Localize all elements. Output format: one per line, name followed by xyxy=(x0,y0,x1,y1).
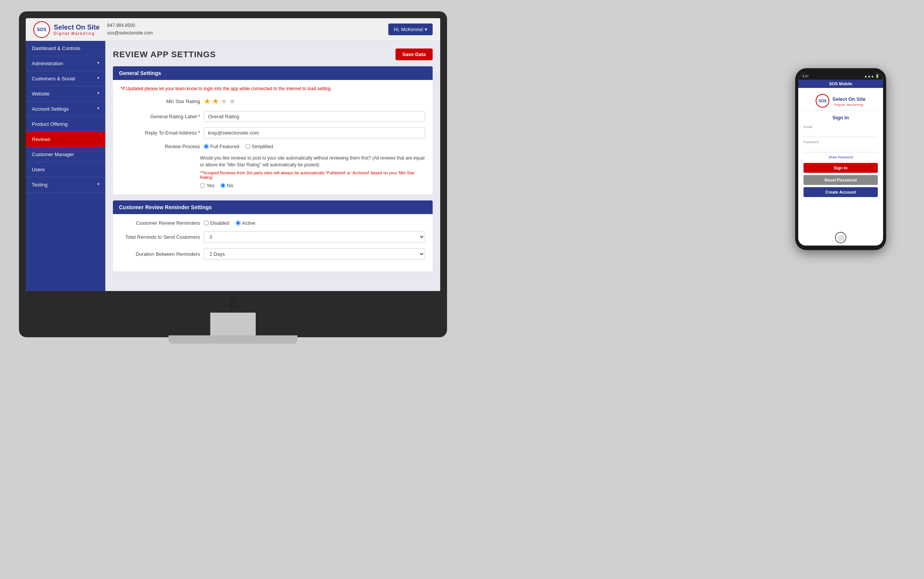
general-settings-card: General Settings *If Updated please let … xyxy=(113,66,433,195)
review-process-label: Review Process xyxy=(121,144,200,149)
phone-form: Email Password Show Password Sign In Res… xyxy=(798,123,883,230)
header-email: sos@selectonsite.com xyxy=(107,29,153,37)
phone-sign-in-label: Sign In xyxy=(798,111,883,123)
reply-email-input[interactable] xyxy=(204,127,425,138)
chevron-down-icon: ▾ xyxy=(97,91,99,95)
star-rating[interactable]: ★ ★ ★ ★ xyxy=(204,96,236,106)
phone-password-input[interactable] xyxy=(803,145,878,152)
yes-option[interactable]: Yes xyxy=(200,183,214,188)
imac-screen: SOS Select On Site Digital Marketing 847… xyxy=(26,18,440,291)
star-3[interactable]: ★ xyxy=(220,96,227,106)
phone-screen: 3:27 ▲▲▲ 🔋 SOS Mobile SOS Select On Site… xyxy=(798,73,883,245)
general-settings-header: General Settings xyxy=(113,66,433,80)
phone-logo-sub: Digital Marketing xyxy=(832,103,865,106)
phone-password-group: Password xyxy=(803,140,878,152)
header-phone: 847.984.8500 xyxy=(107,22,153,29)
yes-no-row: Yes No xyxy=(121,183,425,188)
sidebar-item-reviews[interactable]: Reviews xyxy=(26,132,105,147)
reminder-settings-card: Customer Review Reminder Settings Custom… xyxy=(113,200,433,272)
sidebar-item-dashboard[interactable]: Dashboard & Controls xyxy=(26,41,105,56)
phone-mockup: 3:27 ▲▲▲ 🔋 SOS Mobile SOS Select On Site… xyxy=(795,68,886,250)
phone-reset-password-button[interactable]: Reset Password xyxy=(803,175,878,185)
general-settings-notice: *If Updated please let your team know to… xyxy=(121,86,425,91)
sidebar-item-account-settings[interactable]: Account Settings ▾ xyxy=(26,101,105,117)
phone-show-password-link[interactable]: Show Password xyxy=(803,155,878,159)
sidebar-item-website[interactable]: Website ▾ xyxy=(26,87,105,101)
phone-email-group: Email xyxy=(803,125,878,137)
sidebar-item-users[interactable]: Users xyxy=(26,162,105,177)
app-body: Dashboard & Controls Administration ▾ Cu… xyxy=(26,41,440,291)
header-right: Hi, McKenna! ▾ xyxy=(388,23,433,35)
phone-signal: ▲▲▲ 🔋 xyxy=(864,74,879,78)
chevron-down-icon: ▾ xyxy=(97,182,99,186)
phone-email-label: Email xyxy=(803,125,878,129)
phone-logo-area: SOS Select On Site Digital Marketing xyxy=(798,88,883,111)
sidebar-item-customers-social[interactable]: Customers & Social ▾ xyxy=(26,71,105,87)
logo-text: Select On Site Digital Marketing xyxy=(54,23,100,36)
star-2[interactable]: ★ xyxy=(212,96,219,106)
reminder-settings-body: Customer Review Reminders Disabled Activ… xyxy=(113,214,433,272)
logo-brand: Select On Site xyxy=(54,23,100,31)
main-content: REVIEW APP SETTINGS Save Data General Se… xyxy=(105,41,440,291)
apple-logo:  xyxy=(26,291,440,312)
header-contact: 847.984.8500 sos@selectonsite.com xyxy=(107,22,153,36)
total-reminds-select[interactable]: 3 1 2 4 5 xyxy=(204,231,425,243)
duration-select[interactable]: 1 Day 2 Days 3 Days 5 Days 7 Days xyxy=(204,248,425,260)
reminder-settings-header: Customer Review Reminder Settings xyxy=(113,200,433,214)
phone-logo-circle: SOS xyxy=(816,94,829,108)
reminders-label: Customer Review Reminders xyxy=(121,220,200,226)
chevron-down-icon: ▾ xyxy=(97,61,99,65)
duration-row: Duration Between Reminders 1 Day 2 Days … xyxy=(121,248,425,260)
full-featured-option[interactable]: Full Featured xyxy=(204,144,240,149)
imac-stand-base xyxy=(168,335,297,344)
phone-logo-brand: Select On Site xyxy=(832,96,865,102)
phone-home-button[interactable]: ⬜ xyxy=(835,232,846,243)
imac-stand-neck xyxy=(210,312,256,335)
sidebar-item-testing[interactable]: Testing ▾ xyxy=(26,177,105,193)
min-star-row: Min Star Rating ★ ★ ★ ★ xyxy=(121,96,425,106)
page-title-row: REVIEW APP SETTINGS Save Data xyxy=(113,49,433,60)
rating-label-row: General Rating Label * xyxy=(121,111,425,122)
logo: SOS Select On Site Digital Marketing xyxy=(33,21,100,38)
auto-post-description: Would you like reviews to post to your s… xyxy=(121,155,425,168)
total-reminds-row: Total Reminds to Send Customers 3 1 2 4 … xyxy=(121,231,425,243)
phone-email-input[interactable] xyxy=(803,130,878,137)
reply-email-row: Reply To Email Address * xyxy=(121,127,425,138)
reminders-status-row: Customer Review Reminders Disabled Activ… xyxy=(121,220,425,226)
phone-password-label: Password xyxy=(803,140,878,144)
disabled-option[interactable]: Disabled xyxy=(204,220,230,226)
phone-create-account-button[interactable]: Create Account xyxy=(803,187,878,197)
logo-sub: Digital Marketing xyxy=(54,31,100,36)
total-reminds-label: Total Reminds to Send Customers xyxy=(121,234,200,240)
no-option[interactable]: No xyxy=(220,183,233,188)
rating-label-input[interactable] xyxy=(204,111,425,122)
app-header: SOS Select On Site Digital Marketing 847… xyxy=(26,18,440,41)
min-star-label: Min Star Rating xyxy=(121,98,200,104)
reminder-status-options: Disabled Active xyxy=(204,220,255,226)
sidebar-item-product-offering[interactable]: Product Offering xyxy=(26,117,105,132)
simplified-option[interactable]: Simplified xyxy=(245,144,273,149)
scraped-note: **Scraped Reviews from 3rd party sites w… xyxy=(121,170,425,180)
save-data-button[interactable]: Save Data xyxy=(395,49,433,60)
phone-time: 3:27 xyxy=(802,74,809,78)
duration-label: Duration Between Reminders xyxy=(121,251,200,257)
logo-circle: SOS xyxy=(33,21,50,38)
general-settings-body: *If Updated please let your team know to… xyxy=(113,80,433,195)
active-option[interactable]: Active xyxy=(236,220,255,226)
review-process-row: Review Process Full Featured Simplified xyxy=(121,144,425,149)
sidebar-item-administration[interactable]: Administration ▾ xyxy=(26,56,105,71)
chevron-down-icon: ▾ xyxy=(97,106,99,110)
sidebar-item-customer-manager[interactable]: Customer Manager xyxy=(26,147,105,162)
chevron-down-icon: ▾ xyxy=(97,76,99,80)
phone-sign-in-button[interactable]: Sign In xyxy=(803,163,878,173)
phone-status-bar: 3:27 ▲▲▲ 🔋 xyxy=(798,73,883,80)
imac-monitor: SOS Select On Site Digital Marketing 847… xyxy=(19,11,447,337)
user-menu-button[interactable]: Hi, McKenna! ▾ xyxy=(388,23,433,35)
sidebar: Dashboard & Controls Administration ▾ Cu… xyxy=(26,41,105,291)
phone-app-header: SOS Mobile xyxy=(798,80,883,88)
reply-email-label: Reply To Email Address * xyxy=(121,130,200,136)
star-4[interactable]: ★ xyxy=(229,96,236,106)
rating-label-text: General Rating Label * xyxy=(121,114,200,119)
star-1[interactable]: ★ xyxy=(204,96,211,106)
page-title: REVIEW APP SETTINGS xyxy=(113,50,216,59)
